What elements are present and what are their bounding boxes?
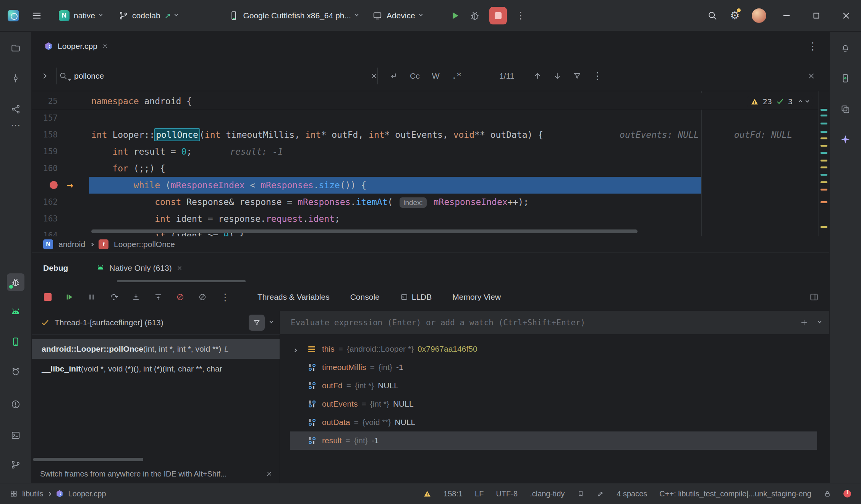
expand-search-button[interactable] [32, 74, 56, 78]
indent-setting[interactable]: 4 spaces [617, 489, 647, 498]
execution-line[interactable]: → while (mResponseIndex < mResponses.siz… [32, 177, 829, 194]
step-over-button[interactable] [110, 293, 118, 301]
stack-frame-pollonce[interactable]: android::Looper::pollOnce(int, int *, in… [32, 339, 280, 359]
breadcrumb-pollonce[interactable]: Looper::pollOnce [114, 240, 175, 249]
toolchain-info[interactable]: C++: libutils_test_compile|...unk_stagin… [659, 489, 811, 498]
running-devices-button[interactable] [837, 69, 854, 87]
search-history-caret[interactable] [68, 79, 71, 81]
frames-scrollbar[interactable] [33, 458, 143, 461]
chevron-down-icon[interactable] [270, 320, 274, 323]
close-button[interactable] [831, 0, 861, 31]
search-input[interactable]: pollonce [57, 71, 377, 81]
settings-button[interactable]: ⚙ [730, 9, 740, 22]
branch-selector[interactable]: codelab ↗ [114, 8, 182, 23]
project-selector[interactable]: N native [54, 7, 107, 24]
main-menu-button[interactable] [27, 7, 47, 24]
commit-tool-button[interactable] [7, 69, 24, 87]
device-manager-tool-button[interactable] [7, 333, 24, 351]
debug-options-kebab[interactable]: ⋮ [220, 292, 230, 302]
breadcrumb-android[interactable]: android [58, 240, 85, 249]
project-tool-button[interactable] [7, 39, 24, 57]
banner-close-icon[interactable] [266, 470, 273, 477]
tab-lldb[interactable]: LLDB [400, 292, 432, 302]
run-options-kebab[interactable]: ⋮ [516, 11, 526, 20]
debug-attach-icon[interactable] [469, 10, 480, 21]
inspections-widget[interactable]: 23 3 [747, 96, 812, 107]
mute-breakpoints-button[interactable] [176, 293, 184, 301]
tab-strip-scrollbar[interactable] [117, 280, 246, 282]
stop-process-button[interactable] [44, 293, 52, 301]
error-stripe[interactable] [818, 91, 829, 236]
variable-row-result[interactable]: result= {int}-1 [280, 431, 829, 450]
code-line[interactable]: 163 int ident = response.request.ident; [32, 210, 829, 227]
clear-search-icon[interactable] [371, 73, 377, 79]
device-selector[interactable]: Google Cuttlefish x86_64 ph... [224, 8, 363, 24]
tab-console[interactable]: Console [350, 292, 380, 302]
thread-selector[interactable]: Thread-1-[surfaceflinger] (613) [32, 311, 280, 334]
device-explorer-button[interactable] [837, 100, 854, 118]
user-avatar[interactable] [752, 8, 766, 23]
caret-position[interactable]: 158:1 [443, 489, 463, 498]
code-editor[interactable]: 25namespace android {157158int Looper::p… [32, 91, 829, 236]
maximize-button[interactable] [801, 0, 831, 31]
status-module[interactable]: libutils [22, 489, 44, 498]
stop-button[interactable] [489, 7, 507, 24]
structure-tool-button[interactable] [7, 100, 24, 118]
debug-tool-button[interactable] [7, 273, 24, 291]
filter-search-button[interactable] [573, 72, 581, 80]
logcat-tool-button[interactable] [7, 363, 24, 380]
words-toggle[interactable]: W [432, 71, 440, 81]
stack-frame-libc-init[interactable]: __libc_init(void *, void (*)(), int (*)(… [32, 359, 280, 379]
chevron-up-icon[interactable] [799, 100, 803, 103]
code-line[interactable]: 157 [32, 110, 829, 126]
debug-window-title[interactable]: Debug [43, 263, 68, 273]
variable-row-outevents[interactable]: outEvents= {int *}NULL [280, 395, 829, 413]
variable-row-outfd[interactable]: outFd= {int *}NULL [280, 376, 829, 395]
variable-row-this[interactable]: this= {android::Looper *}0x7967aa146f50 [280, 340, 829, 358]
warning-triangle-icon[interactable] [423, 490, 431, 498]
step-out-button[interactable] [154, 293, 162, 301]
step-into-button[interactable] [132, 293, 140, 301]
more-tool-windows-button[interactable]: ⋯ [7, 116, 24, 134]
android-tool-button[interactable] [7, 304, 24, 321]
search-button[interactable] [707, 10, 718, 21]
code-line[interactable]: 25namespace android { [32, 93, 829, 110]
chevron-down-icon[interactable] [806, 99, 809, 102]
expand-chevron-icon[interactable] [293, 349, 297, 352]
version-control-tool-button[interactable] [7, 456, 24, 473]
next-match-button[interactable] [553, 72, 562, 80]
breakpoint-icon[interactable] [50, 181, 58, 189]
gemini-button[interactable] [837, 131, 854, 148]
minimize-button[interactable] [772, 0, 801, 31]
pause-button[interactable] [87, 293, 96, 301]
close-search-button[interactable] [807, 72, 816, 80]
adevice-selector[interactable]: Adevice [368, 8, 427, 24]
terminal-tool-button[interactable] [7, 426, 24, 444]
code-line[interactable]: 162 const Response& response = mResponse… [32, 194, 829, 210]
previous-match-button[interactable] [533, 72, 542, 80]
debug-session-tab[interactable]: Native Only (613) [96, 263, 182, 273]
bookmark-icon[interactable] [577, 490, 584, 498]
resume-button[interactable] [65, 293, 74, 301]
session-close-icon[interactable] [176, 265, 183, 271]
chevron-down-icon[interactable] [818, 320, 822, 323]
code-line[interactable]: 160 for (;;) { [32, 160, 829, 177]
match-case-toggle[interactable]: Cc [410, 71, 420, 81]
code-line[interactable]: 158int Looper::pollOnce(int timeoutMilli… [32, 126, 829, 143]
tab-looper-cpp[interactable]: Looper.cpp [37, 32, 115, 61]
tab-options-kebab[interactable]: ⋮ [808, 41, 818, 52]
run-button[interactable] [450, 10, 460, 21]
add-watch-icon[interactable] [800, 318, 808, 327]
notifications-button[interactable] [837, 39, 854, 57]
error-indicator[interactable] [843, 490, 851, 498]
analyzer-config[interactable]: .clang-tidy [530, 489, 565, 498]
status-file[interactable]: Looper.cpp [68, 489, 106, 498]
tab-memory-view[interactable]: Memory View [452, 292, 501, 302]
filter-frames-button[interactable] [249, 315, 265, 331]
tab-threads-variables[interactable]: Threads & Variables [257, 292, 330, 302]
code-line[interactable]: 159 int result = 0;result: -1 [32, 143, 829, 160]
tab-close-icon[interactable] [102, 43, 108, 49]
variable-row-outdata[interactable]: outData= {void **}NULL [280, 413, 829, 431]
file-encoding[interactable]: UTF-8 [496, 489, 518, 498]
layout-settings-icon[interactable] [809, 292, 819, 302]
